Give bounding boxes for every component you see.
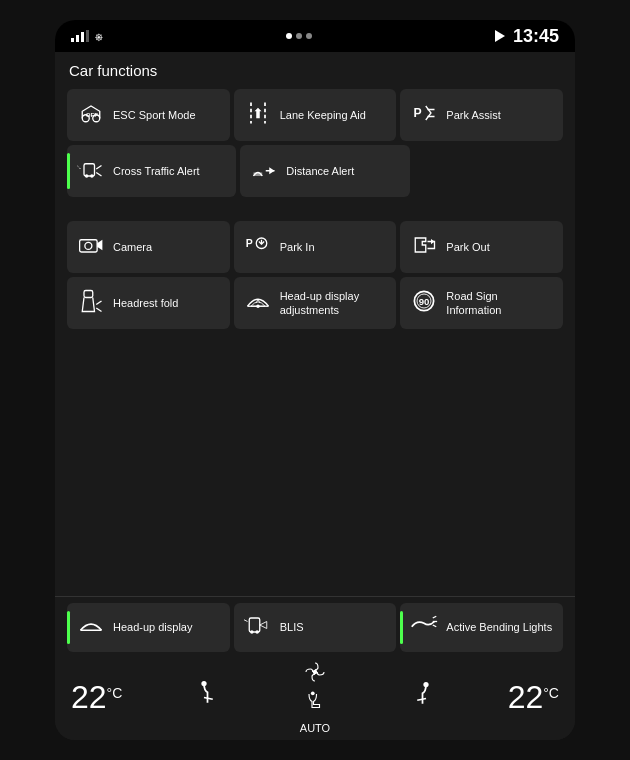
camera-card[interactable]: Camera (67, 221, 230, 273)
svg-text:90: 90 (419, 296, 430, 307)
road-sign-label: Road Sign Information (446, 289, 553, 318)
svg-point-24 (250, 630, 254, 634)
svg-rect-17 (84, 290, 93, 297)
svg-rect-12 (80, 239, 98, 251)
park-in-icon: P (244, 231, 272, 264)
svg-point-31 (313, 670, 318, 675)
svg-rect-8 (84, 163, 95, 175)
temp-right: 22°C (508, 679, 559, 716)
park-out-icon (410, 231, 438, 264)
seat-left-icon (197, 680, 225, 714)
cross-traffic-icon (77, 155, 105, 188)
road-sign-card[interactable]: 90 Road Sign Information (400, 277, 563, 329)
seat-center-icon (303, 691, 327, 720)
headup-adj-card[interactable]: Head-up display adjustments (234, 277, 397, 329)
fan-icon (303, 660, 327, 689)
status-left: ⎈ (71, 29, 103, 44)
grid-row-1: OFF ESC Sport Mode Lane Keeping Aid (67, 89, 563, 141)
grid-row-3: Camera P Park In (67, 221, 563, 273)
camera-label: Camera (113, 240, 152, 254)
blis-card[interactable]: BLIS (234, 603, 397, 652)
cross-traffic-label: Cross Traffic Alert (113, 164, 200, 178)
page-dot-3 (306, 33, 312, 39)
esc-sport-card[interactable]: OFF ESC Sport Mode (67, 89, 230, 141)
camera-icon (77, 231, 105, 264)
svg-point-13 (85, 242, 92, 249)
center-controls: AUTO (300, 660, 330, 734)
headrest-fold-label: Headrest fold (113, 296, 178, 310)
svg-point-32 (311, 691, 315, 695)
svg-rect-23 (249, 618, 260, 632)
blis-label: BLIS (280, 620, 304, 634)
headup-adj-icon (244, 287, 272, 320)
status-bar: ⎈ 13:45 (55, 20, 575, 52)
main-content: Car functions OFF ESC Sport Mode (55, 52, 575, 596)
active-bending-card[interactable]: Active Bending Lights (400, 603, 563, 652)
play-icon (495, 30, 505, 42)
svg-point-25 (255, 630, 259, 634)
road-sign-icon: 90 (410, 287, 438, 320)
svg-point-18 (256, 304, 260, 308)
park-assist-icon: P (410, 99, 438, 132)
park-assist-label: Park Assist (446, 108, 500, 122)
bottom-bar: Head-up display BLIS (55, 596, 575, 740)
grid-row-4: Headrest fold Head-up display adjustment… (67, 277, 563, 329)
blis-icon (244, 611, 272, 644)
status-right: 13:45 (495, 26, 559, 47)
park-assist-card[interactable]: P Park Assist (400, 89, 563, 141)
park-out-card[interactable]: Park Out (400, 221, 563, 273)
park-in-card[interactable]: P Park In (234, 221, 397, 273)
signal-icon (71, 30, 89, 42)
svg-line-29 (433, 625, 437, 627)
bottom-grid: Head-up display BLIS (67, 603, 563, 652)
svg-line-27 (433, 616, 437, 618)
svg-text:P: P (414, 105, 422, 119)
temp-left: 22°C (71, 679, 122, 716)
page-dot-1 (286, 33, 292, 39)
spacer-1 (67, 201, 563, 221)
headup-display-icon (77, 611, 105, 644)
headrest-fold-card[interactable]: Headrest fold (67, 277, 230, 329)
phone-frame: ⎈ 13:45 Car functions OFF (55, 20, 575, 740)
svg-point-30 (201, 681, 206, 686)
svg-line-11 (77, 165, 81, 169)
distance-alert-icon (250, 155, 278, 188)
lane-keeping-card[interactable]: Lane Keeping Aid (234, 89, 397, 141)
park-out-label: Park Out (446, 240, 489, 254)
seat-right-icon (405, 681, 433, 713)
auto-label: AUTO (300, 722, 330, 734)
page-dot-2 (296, 33, 302, 39)
lane-keeping-label: Lane Keeping Aid (280, 108, 366, 122)
svg-point-9 (85, 174, 89, 178)
active-bending-label: Active Bending Lights (446, 620, 552, 634)
svg-text:P: P (245, 236, 252, 248)
cross-traffic-card[interactable]: Cross Traffic Alert (67, 145, 236, 197)
temp-row: 22°C (67, 658, 563, 736)
active-bending-icon (410, 611, 438, 644)
svg-point-10 (90, 174, 94, 178)
svg-text:OFF: OFF (86, 110, 98, 117)
headup-display-card[interactable]: Head-up display (67, 603, 230, 652)
clock: 13:45 (513, 26, 559, 47)
distance-alert-card[interactable]: Distance Alert (240, 145, 409, 197)
grid-row-2: Cross Traffic Alert Distance Alert (67, 145, 563, 197)
distance-alert-label: Distance Alert (286, 164, 354, 178)
esc-sport-icon: OFF (77, 99, 105, 132)
headup-adj-label: Head-up display adjustments (280, 289, 387, 318)
svg-line-26 (244, 620, 248, 622)
svg-point-33 (423, 682, 428, 687)
page-title: Car functions (67, 62, 563, 79)
page-indicators (286, 33, 312, 39)
headup-display-label: Head-up display (113, 620, 193, 634)
esc-sport-label: ESC Sport Mode (113, 108, 196, 122)
headrest-fold-icon (77, 287, 105, 320)
bluetooth-icon: ⎈ (95, 29, 103, 44)
park-in-label: Park In (280, 240, 315, 254)
lane-keeping-icon (244, 99, 272, 132)
